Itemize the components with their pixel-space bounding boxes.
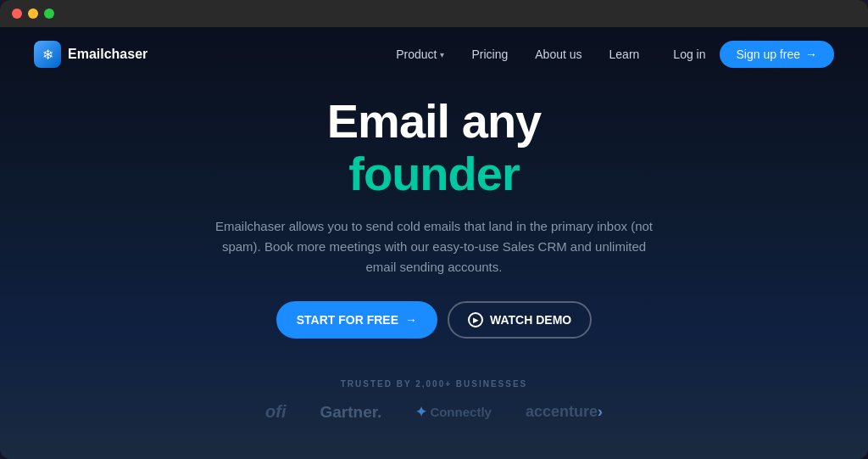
hero-title-line1: Email any (327, 95, 541, 148)
nav-links: Product ▾ Pricing About us Learn (396, 48, 639, 61)
browser-window: ❄ Emailchaser Product ▾ Pricing About us… (0, 0, 868, 459)
hero-subtitle: Emailchaser allows you to send cold emai… (214, 216, 654, 277)
browser-chrome (0, 0, 868, 27)
logo-text: Emailchaser (68, 47, 147, 62)
minimize-button[interactable] (28, 8, 38, 19)
hero-section: Email any founder Emailchaser allows you… (0, 81, 868, 459)
logo[interactable]: ❄ Emailchaser (34, 41, 147, 68)
login-button[interactable]: Log in (673, 48, 705, 61)
trusted-label: TRUSTED BY 2,000+ BUSINESSES (265, 379, 603, 389)
accenture-arrow-icon: › (598, 403, 603, 420)
signup-button[interactable]: Sign up free → (720, 41, 835, 68)
brand-gartner: Gartner. (320, 403, 382, 422)
maximize-button[interactable] (44, 8, 54, 19)
nav-about[interactable]: About us (535, 48, 581, 61)
brand-connectly: ✦ Connectly (415, 404, 492, 420)
hero-title-line2: founder (348, 148, 519, 200)
start-free-button[interactable]: START FOR FREE → (276, 301, 437, 339)
navbar: ❄ Emailchaser Product ▾ Pricing About us… (0, 27, 868, 81)
nav-learn[interactable]: Learn (609, 48, 640, 61)
nav-product[interactable]: Product ▾ (396, 48, 444, 61)
brand-logos: ofi Gartner. ✦ Connectly accenture› (265, 402, 603, 422)
connectly-icon: ✦ (415, 404, 426, 420)
close-button[interactable] (12, 8, 22, 19)
start-arrow-icon: → (405, 313, 417, 327)
watch-demo-button[interactable]: ▶ WATCH DEMO (448, 301, 592, 339)
page-content: ❄ Emailchaser Product ▾ Pricing About us… (0, 27, 868, 459)
play-icon: ▶ (468, 312, 483, 327)
signup-arrow-icon: → (805, 48, 817, 61)
logo-icon: ❄ (34, 41, 61, 68)
brand-accenture: accenture› (526, 403, 603, 421)
trusted-section: TRUSTED BY 2,000+ BUSINESSES ofi Gartner… (265, 379, 603, 428)
product-dropdown-icon: ▾ (440, 50, 444, 59)
nav-actions: Log in Sign up free → (673, 41, 834, 68)
nav-pricing[interactable]: Pricing (471, 48, 508, 61)
brand-ofi: ofi (265, 402, 286, 422)
hero-buttons: START FOR FREE → ▶ WATCH DEMO (276, 301, 592, 339)
